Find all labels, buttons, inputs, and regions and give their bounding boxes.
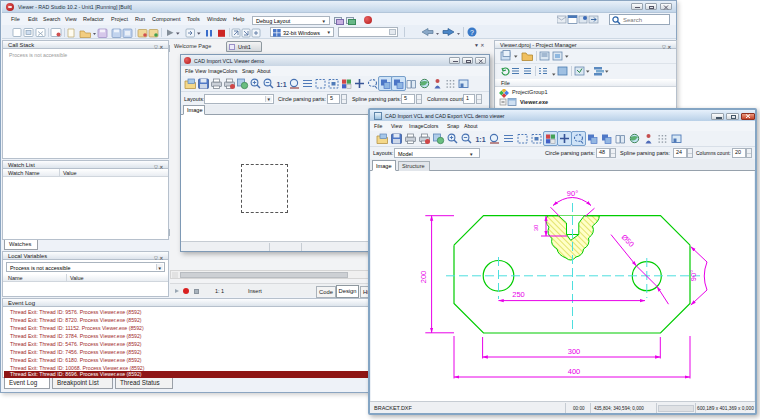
svg-text:1:1: 1:1 (276, 81, 286, 88)
svg-text:90°: 90° (689, 270, 698, 281)
svg-text:250: 250 (512, 290, 525, 299)
svg-text:?: ? (470, 29, 474, 36)
svg-text:1:1: 1:1 (475, 136, 485, 143)
svg-text:200: 200 (419, 271, 428, 284)
svg-text:300: 300 (568, 347, 581, 356)
svg-text:30: 30 (533, 224, 539, 231)
svg-text:Ø50: Ø50 (620, 233, 636, 249)
svg-text:90°: 90° (567, 189, 578, 198)
svg-text:400: 400 (568, 367, 581, 376)
